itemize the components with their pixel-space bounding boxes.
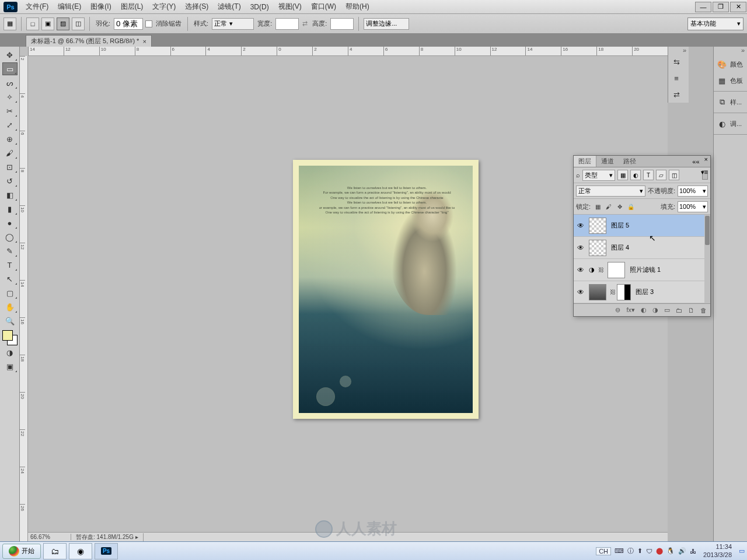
tool-preset-icon[interactable]: ▦ <box>4 18 16 30</box>
new-adjustment-icon[interactable]: ◑ <box>652 306 658 314</box>
delete-layer-icon[interactable]: 🗑 <box>700 307 707 314</box>
layer-row[interactable]: 👁 图层 4 <box>574 237 710 259</box>
menu-select[interactable]: 选择(S) <box>180 2 213 12</box>
blur-tool[interactable]: ● <box>2 216 18 229</box>
filter-shape-icon[interactable]: ▱ <box>656 170 666 180</box>
tray-icon[interactable]: ▭ <box>739 547 745 555</box>
ruler-horizontal[interactable]: 14 12 10 8 6 4 2 0 2 4 6 8 10 12 14 16 1… <box>28 47 668 56</box>
taskbar-app1-icon[interactable]: ◉ <box>69 543 92 559</box>
history-brush-tool[interactable]: ↺ <box>2 174 18 187</box>
refine-edge-button[interactable]: 调整边缘... <box>364 18 409 30</box>
add-mask-icon[interactable]: ◐ <box>641 306 647 314</box>
menu-edit[interactable]: 编辑(E) <box>53 2 86 12</box>
crop-tool[interactable]: ✂ <box>2 104 18 117</box>
link-icon[interactable]: ⛓ <box>609 289 617 295</box>
link-icon[interactable]: ⛓ <box>597 267 605 273</box>
menu-image[interactable]: 图像(I) <box>86 2 116 12</box>
tab-layers[interactable]: 图层 <box>574 156 596 167</box>
tray-icon[interactable]: 🐧 <box>666 547 675 555</box>
scratch-info[interactable]: 暂存盘: 141.8M/1.25G ▸ <box>71 533 144 541</box>
move-tool[interactable]: ✥ <box>2 48 18 61</box>
zoom-readout[interactable]: 66.67% <box>28 534 71 540</box>
collapse-panel-icon[interactable]: «« <box>690 156 701 167</box>
ruler-vertical[interactable]: 2 4 6 8 10 12 14 16 18 20 22 24 26 <box>20 56 28 541</box>
add-selection-icon[interactable]: ▣ <box>41 18 54 30</box>
subtract-selection-icon[interactable]: ▨ <box>57 18 69 30</box>
fill-input[interactable]: 100%▾ <box>678 201 708 212</box>
layer-mask-thumbnail[interactable] <box>608 262 625 278</box>
document-canvas[interactable]: We listen to ourselves but we fail to li… <box>293 160 479 419</box>
tray-icon[interactable]: ⓘ <box>627 547 634 555</box>
layer-row[interactable]: 👁 ◑ ⛓ 照片滤镜 1 <box>574 259 710 281</box>
layers-panel[interactable]: 图层 通道 路径 «« × ▾≡ ⌕ 类型▾ ▦ ◐ T ▱ ◫ 正常▾ 不透明… <box>573 155 711 317</box>
layer-thumbnail[interactable] <box>589 218 606 234</box>
filter-adjust-icon[interactable]: ◐ <box>630 170 641 180</box>
stamp-tool[interactable]: ⊡ <box>2 160 18 173</box>
style-select[interactable]: 正常▾ <box>212 18 254 30</box>
ime-indicator[interactable]: CH <box>596 547 611 555</box>
new-layer-icon[interactable]: 🗋 <box>688 307 694 314</box>
tab-paths[interactable]: 路径 <box>619 156 641 167</box>
tray-icon[interactable]: ⬤ <box>656 547 663 555</box>
layer-scrollbar[interactable] <box>704 215 710 303</box>
filter-type-icon[interactable]: T <box>643 170 654 180</box>
visibility-icon[interactable]: 👁 <box>575 288 587 296</box>
layer-thumbnail[interactable] <box>589 240 606 256</box>
feather-input[interactable] <box>114 18 143 30</box>
eraser-tool[interactable]: ◧ <box>2 188 18 201</box>
hand-tool[interactable]: ✋ <box>2 300 18 313</box>
dodge-tool[interactable]: ◯ <box>2 230 18 243</box>
intersect-selection-icon[interactable]: ◫ <box>72 18 85 30</box>
link-layers-icon[interactable]: ⊖ <box>615 306 620 314</box>
history-panel-icon[interactable]: ⇆ <box>668 54 689 70</box>
properties-panel-icon[interactable]: ≡ <box>668 70 689 86</box>
filter-smart-icon[interactable]: ◫ <box>669 170 679 180</box>
close-button[interactable]: ✕ <box>730 2 746 12</box>
menu-type[interactable]: 文字(Y) <box>148 2 180 12</box>
layer-mask-thumbnail[interactable] <box>617 284 631 300</box>
width-input[interactable] <box>275 18 299 30</box>
visibility-icon[interactable]: 👁 <box>575 244 587 252</box>
layer-row[interactable]: 👁 图层 5 <box>574 215 710 237</box>
visibility-icon[interactable]: 👁 <box>575 266 587 274</box>
panel-strip-grip-icon[interactable]: » <box>668 47 689 54</box>
tray-icon[interactable]: 🔊 <box>678 547 686 555</box>
type-tool[interactable]: T <box>2 258 18 271</box>
panel-menu-icon[interactable]: ▾≡ <box>701 169 708 176</box>
pen-tool[interactable]: ✎ <box>2 244 18 257</box>
menu-help[interactable]: 帮助(H) <box>341 2 374 12</box>
new-selection-icon[interactable]: □ <box>26 18 39 30</box>
menu-window[interactable]: 窗口(W) <box>306 2 341 12</box>
swatches-panel-button[interactable]: ▦色板 <box>714 72 747 89</box>
lock-all-icon[interactable]: 🔒 <box>626 202 636 211</box>
menu-3d[interactable]: 3D(D) <box>246 3 274 11</box>
layer-name[interactable]: 图层 3 <box>633 288 709 296</box>
filter-kind-select[interactable]: 类型▾ <box>582 170 615 181</box>
close-tab-icon[interactable]: × <box>142 38 146 45</box>
zoom-tool[interactable]: 🔍 <box>2 314 18 327</box>
lock-transparent-icon[interactable]: ▦ <box>593 202 602 211</box>
filter-pixel-icon[interactable]: ▦ <box>617 170 628 180</box>
menu-file[interactable]: 文件(F) <box>21 2 53 12</box>
brush-tool[interactable]: 🖌 <box>2 146 18 159</box>
color-swatch[interactable] <box>2 330 18 345</box>
document-tab[interactable]: 未标题-1 @ 66.7% (图层 5, RGB/8#) * × <box>26 35 152 47</box>
healing-tool[interactable]: ⊕ <box>2 132 18 145</box>
tray-icon[interactable]: 🖧 <box>690 548 696 555</box>
minimize-button[interactable]: — <box>695 2 711 12</box>
quickmask-tool[interactable]: ◑ <box>2 346 18 359</box>
tray-icon[interactable]: ⬆ <box>637 547 643 555</box>
color-panel-button[interactable]: 🎨颜色 <box>714 56 747 72</box>
antialias-checkbox[interactable] <box>145 20 152 27</box>
lasso-tool[interactable]: ᔕ <box>2 76 18 89</box>
layer-name[interactable]: 图层 5 <box>609 221 709 230</box>
actions-panel-icon[interactable]: ⇄ <box>668 86 689 103</box>
start-button[interactable]: 开始 <box>2 544 41 559</box>
workspace-select[interactable]: 基本功能▾ <box>687 18 743 30</box>
eyedropper-tool[interactable]: ⤢ <box>2 118 18 131</box>
menu-view[interactable]: 视图(V) <box>274 2 306 12</box>
layer-row[interactable]: 👁 ⛓ 图层 3 <box>574 281 710 303</box>
opacity-input[interactable]: 100%▾ <box>678 186 708 197</box>
height-input[interactable] <box>330 18 354 30</box>
new-folder-icon[interactable]: 🗀 <box>676 307 682 314</box>
